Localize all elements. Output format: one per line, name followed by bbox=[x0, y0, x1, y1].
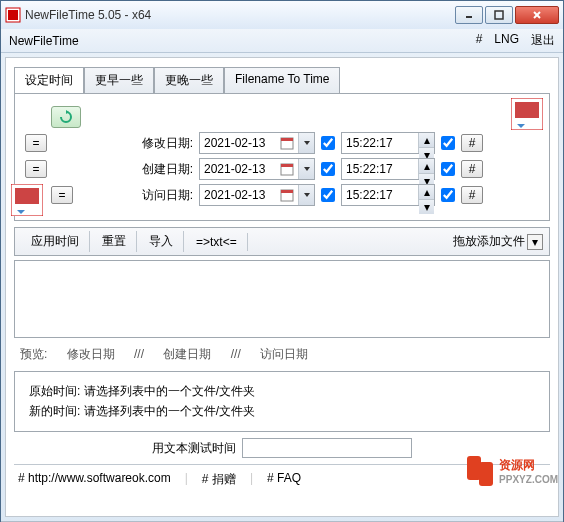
eq-create-button[interactable]: = bbox=[25, 160, 47, 178]
tab-filename-to-time[interactable]: Filename To Time bbox=[224, 67, 340, 94]
apply-time-button[interactable]: 应用时间 bbox=[21, 231, 90, 252]
chevron-down-icon[interactable] bbox=[298, 133, 314, 153]
chevron-up-icon[interactable]: ▴ bbox=[419, 159, 434, 174]
hash-create-button[interactable]: # bbox=[461, 160, 483, 178]
access-label: 访问日期: bbox=[79, 187, 193, 204]
eq-modify-button[interactable]: = bbox=[25, 134, 47, 152]
drag-options-button[interactable]: ▾ bbox=[527, 234, 543, 250]
svg-rect-13 bbox=[281, 164, 293, 167]
access-date-input[interactable] bbox=[199, 184, 315, 206]
eq-access-button[interactable]: = bbox=[51, 186, 73, 204]
tab-later[interactable]: 更晚一些 bbox=[154, 67, 224, 94]
drop-source-icon[interactable] bbox=[11, 184, 43, 216]
close-button[interactable] bbox=[515, 6, 559, 24]
reload-button[interactable] bbox=[51, 106, 81, 128]
svg-rect-9 bbox=[15, 188, 39, 204]
drag-add-label: 拖放添加文件 bbox=[453, 233, 525, 250]
modify-date-check[interactable] bbox=[321, 136, 335, 150]
access-time-check[interactable] bbox=[441, 188, 455, 202]
chevron-up-icon[interactable]: ▴ bbox=[419, 133, 434, 148]
svg-rect-11 bbox=[281, 138, 293, 141]
access-time-input[interactable]: ▴▾ bbox=[341, 184, 435, 206]
reset-button[interactable]: 重置 bbox=[92, 231, 137, 252]
chevron-down-icon[interactable] bbox=[298, 185, 314, 205]
modify-time-input[interactable]: ▴▾ bbox=[341, 132, 435, 154]
app-icon bbox=[5, 7, 21, 23]
tab-earlier[interactable]: 更早一些 bbox=[84, 67, 154, 94]
create-date-check[interactable] bbox=[321, 162, 335, 176]
create-time-input[interactable]: ▴▾ bbox=[341, 158, 435, 180]
modify-time-check[interactable] bbox=[441, 136, 455, 150]
create-time-check[interactable] bbox=[441, 162, 455, 176]
language-menu[interactable]: LNG bbox=[494, 32, 519, 49]
create-label: 创建日期: bbox=[53, 161, 193, 178]
info-box: 原始时间: 请选择列表中的一个文件/文件夹 新的时间: 请选择列表中的一个文件/… bbox=[14, 371, 550, 432]
hash-access-button[interactable]: # bbox=[461, 186, 483, 204]
app-name-menu[interactable]: NewFileTime bbox=[9, 34, 79, 48]
drop-target-icon[interactable] bbox=[511, 98, 543, 130]
access-date-check[interactable] bbox=[321, 188, 335, 202]
file-list[interactable] bbox=[14, 260, 550, 338]
svg-rect-1 bbox=[8, 10, 18, 20]
text-test-input[interactable] bbox=[242, 438, 412, 458]
txt-button[interactable]: =>txt<= bbox=[186, 233, 248, 251]
text-test-label: 用文本测试时间 bbox=[152, 440, 236, 457]
chevron-down-icon[interactable]: ▾ bbox=[419, 200, 434, 214]
tab-set-time[interactable]: 设定时间 bbox=[14, 67, 84, 94]
modify-label: 修改日期: bbox=[53, 135, 193, 152]
hash-menu[interactable]: # bbox=[476, 32, 483, 49]
create-date-input[interactable] bbox=[199, 158, 315, 180]
chevron-down-icon[interactable] bbox=[298, 159, 314, 179]
calendar-icon bbox=[276, 188, 298, 202]
window-title: NewFileTime 5.05 - x64 bbox=[25, 8, 455, 22]
maximize-button[interactable] bbox=[485, 6, 513, 24]
donate-link[interactable]: # 捐赠 bbox=[202, 471, 236, 488]
chevron-up-icon[interactable]: ▴ bbox=[419, 185, 434, 200]
preview-bar: 预览: 修改日期 /// 创建日期 /// 访问日期 bbox=[14, 342, 550, 367]
minimize-button[interactable] bbox=[455, 6, 483, 24]
calendar-icon bbox=[276, 162, 298, 176]
svg-rect-15 bbox=[281, 190, 293, 193]
svg-rect-7 bbox=[515, 102, 539, 118]
hash-modify-button[interactable]: # bbox=[461, 134, 483, 152]
import-button[interactable]: 导入 bbox=[139, 231, 184, 252]
faq-link[interactable]: # FAQ bbox=[267, 471, 301, 488]
website-link[interactable]: # http://www.softwareok.com bbox=[18, 471, 171, 488]
svg-rect-3 bbox=[495, 11, 503, 19]
calendar-icon bbox=[276, 136, 298, 150]
modify-date-input[interactable] bbox=[199, 132, 315, 154]
exit-menu[interactable]: 退出 bbox=[531, 32, 555, 49]
